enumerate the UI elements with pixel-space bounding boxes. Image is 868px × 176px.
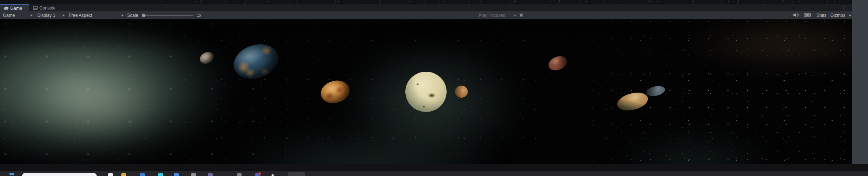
unity-editor-game-view: Game Console ⋮ Game Display 1 Free Aspec… <box>0 0 868 176</box>
notification-badge <box>258 172 261 175</box>
tab-game[interactable]: Game <box>0 4 29 11</box>
gizmos-label: Gizmos <box>830 13 845 18</box>
play-mode-dropdown[interactable]: Play Focused <box>479 13 505 18</box>
display-dropdown[interactable]: Display 1 <box>37 13 55 18</box>
kebab-menu-icon[interactable]: ⋮ <box>841 5 846 11</box>
view-mode-label: Game <box>3 13 15 18</box>
scene-view-sliver <box>0 0 852 4</box>
planet-small-tan <box>455 86 468 98</box>
taskbar-app-icon[interactable] <box>191 173 196 176</box>
stats-label: Stats <box>816 13 826 18</box>
taskbar-app-icon[interactable] <box>121 173 126 176</box>
planet-cream <box>405 72 447 112</box>
scale-slider-thumb[interactable] <box>142 14 145 17</box>
editor-panel-edge <box>852 0 868 166</box>
game-view-toolbar: Game Display 1 Free Aspect Scale 1x Play… <box>0 11 852 19</box>
taskbar-app-icon[interactable] <box>174 173 179 176</box>
taskbar-app-icon[interactable] <box>158 173 163 176</box>
display-label: Display 1 <box>37 13 55 18</box>
scale-slider-track[interactable] <box>143 15 193 16</box>
tab-game-label: Game <box>10 6 22 11</box>
taskbar-app-icon-with-badge[interactable] <box>255 173 260 176</box>
gizmos-dropdown[interactable]: Gizmos <box>830 13 845 18</box>
scale-value: 1x <box>197 13 201 18</box>
scale-label: Scale <box>127 13 138 18</box>
taskbar-app-icon[interactable] <box>108 173 113 176</box>
chevron-down-icon <box>62 15 65 16</box>
stats-button[interactable]: Stats <box>816 13 826 18</box>
chevron-down-icon <box>513 15 516 16</box>
aspect-label: Free Aspect <box>69 13 92 18</box>
game-viewport[interactable] <box>0 19 852 164</box>
toolbar-separator <box>34 12 34 18</box>
play-mode-label: Play Focused <box>479 13 505 18</box>
gamepad-icon <box>4 6 8 10</box>
taskbar-app-icon[interactable] <box>140 173 145 176</box>
taskbar-app-icon[interactable] <box>208 173 213 176</box>
chevron-down-icon <box>849 15 852 16</box>
chevron-down-icon <box>121 15 124 16</box>
chevron-down-icon <box>30 15 33 16</box>
start-button[interactable] <box>10 173 14 176</box>
mute-audio-icon[interactable] <box>793 13 800 18</box>
taskbar-app-icon[interactable] <box>272 174 274 176</box>
taskbar <box>0 171 868 176</box>
toolbar-separator <box>65 12 66 18</box>
keyboard-icon[interactable] <box>804 13 811 18</box>
viewport-top-shade <box>0 19 852 52</box>
scene-sliver-grid <box>157 0 852 4</box>
bug-icon[interactable] <box>518 13 525 18</box>
start-icon <box>10 173 12 175</box>
taskbar-search-input[interactable] <box>22 173 97 176</box>
aspect-dropdown[interactable]: Free Aspect <box>69 13 92 18</box>
toolbar-separator <box>124 12 124 18</box>
start-icon <box>12 173 14 175</box>
view-mode-dropdown[interactable]: Game <box>3 13 15 18</box>
tab-bar: Game Console ⋮ <box>0 4 852 11</box>
taskbar-hovered-item[interactable] <box>288 172 305 176</box>
console-icon <box>33 6 38 10</box>
tab-console[interactable]: Console <box>29 4 63 11</box>
tab-console-label: Console <box>39 5 56 11</box>
taskbar-app-icon[interactable] <box>237 173 242 176</box>
window-bottom-gap <box>0 164 868 171</box>
